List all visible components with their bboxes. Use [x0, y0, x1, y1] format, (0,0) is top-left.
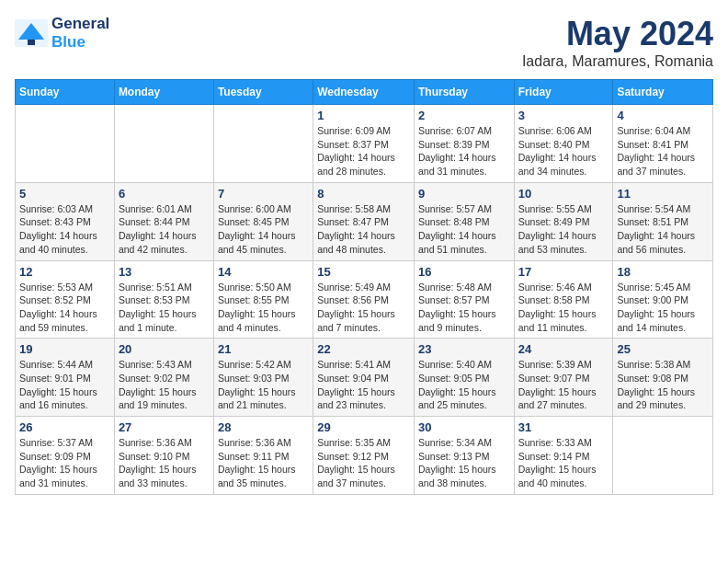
day-info: Sunrise: 6:04 AMSunset: 8:41 PMDaylight:… — [617, 124, 709, 178]
day-number: 19 — [19, 342, 110, 356]
day-info: Sunrise: 5:54 AMSunset: 8:51 PMDaylight:… — [617, 202, 709, 257]
logo-text: General Blue — [51, 15, 109, 52]
day-number: 17 — [518, 265, 609, 279]
day-info: Sunrise: 5:53 AMSunset: 8:52 PMDaylight:… — [19, 281, 110, 335]
day-number: 7 — [218, 187, 309, 201]
day-info: Sunrise: 5:57 AMSunset: 8:48 PMDaylight:… — [418, 202, 510, 257]
calendar-cell: 3Sunrise: 6:06 AMSunset: 8:40 PMDaylight… — [514, 105, 613, 183]
calendar-cell: 20Sunrise: 5:43 AMSunset: 9:02 PMDayligh… — [114, 339, 213, 417]
day-number: 23 — [418, 342, 510, 356]
calendar-cell — [613, 417, 713, 495]
day-info: Sunrise: 5:48 AMSunset: 8:57 PMDaylight:… — [418, 281, 510, 335]
day-info: Sunrise: 5:45 AMSunset: 9:00 PMDaylight:… — [617, 281, 709, 335]
calendar-cell: 18Sunrise: 5:45 AMSunset: 9:00 PMDayligh… — [613, 260, 713, 339]
calendar-week-4: 19Sunrise: 5:44 AMSunset: 9:01 PMDayligh… — [16, 339, 713, 417]
day-number: 5 — [19, 187, 110, 201]
day-number: 27 — [119, 420, 210, 434]
day-number: 1 — [317, 109, 410, 122]
calendar-week-1: 1Sunrise: 6:09 AMSunset: 8:37 PMDaylight… — [16, 105, 713, 183]
calendar-cell: 31Sunrise: 5:33 AMSunset: 9:14 PMDayligh… — [514, 417, 613, 495]
day-number: 29 — [317, 420, 410, 434]
day-info: Sunrise: 5:51 AMSunset: 8:53 PMDaylight:… — [119, 281, 210, 335]
day-info: Sunrise: 5:42 AMSunset: 9:03 PMDaylight:… — [218, 358, 309, 412]
calendar-week-3: 12Sunrise: 5:53 AMSunset: 8:52 PMDayligh… — [16, 260, 713, 339]
day-info: Sunrise: 6:03 AMSunset: 8:43 PMDaylight:… — [19, 202, 110, 257]
day-number: 12 — [19, 265, 110, 279]
day-info: Sunrise: 5:39 AMSunset: 9:07 PMDaylight:… — [518, 358, 609, 412]
calendar-cell: 7Sunrise: 6:00 AMSunset: 8:45 PMDaylight… — [213, 182, 313, 260]
day-number: 28 — [218, 420, 309, 434]
day-info: Sunrise: 5:41 AMSunset: 9:04 PMDaylight:… — [317, 358, 410, 412]
calendar-cell: 22Sunrise: 5:41 AMSunset: 9:04 PMDayligh… — [313, 339, 415, 417]
day-number: 25 — [617, 342, 709, 356]
day-number: 14 — [218, 265, 309, 279]
day-number: 30 — [418, 420, 510, 434]
day-info: Sunrise: 6:01 AMSunset: 8:44 PMDaylight:… — [119, 202, 210, 257]
day-info: Sunrise: 5:36 AMSunset: 9:11 PMDaylight:… — [218, 436, 309, 490]
calendar-subtitle: Iadara, Maramures, Romania — [522, 53, 713, 70]
calendar-cell: 4Sunrise: 6:04 AMSunset: 8:41 PMDaylight… — [613, 105, 713, 183]
day-info: Sunrise: 5:40 AMSunset: 9:05 PMDaylight:… — [418, 358, 510, 412]
calendar-cell: 2Sunrise: 6:07 AMSunset: 8:39 PMDaylight… — [414, 105, 514, 183]
day-info: Sunrise: 5:34 AMSunset: 9:13 PMDaylight:… — [418, 436, 510, 490]
calendar-cell: 14Sunrise: 5:50 AMSunset: 8:55 PMDayligh… — [213, 260, 313, 339]
day-info: Sunrise: 5:58 AMSunset: 8:47 PMDaylight:… — [317, 202, 410, 257]
day-info: Sunrise: 5:46 AMSunset: 8:58 PMDaylight:… — [518, 281, 609, 335]
day-info: Sunrise: 5:33 AMSunset: 9:14 PMDaylight:… — [518, 436, 609, 490]
column-header-thursday: Thursday — [414, 80, 514, 105]
calendar-cell: 30Sunrise: 5:34 AMSunset: 9:13 PMDayligh… — [414, 417, 514, 495]
calendar-cell — [16, 105, 115, 183]
column-header-saturday: Saturday — [613, 80, 713, 105]
calendar-cell: 10Sunrise: 5:55 AMSunset: 8:49 PMDayligh… — [514, 182, 613, 260]
title-section: May 2024 Iadara, Maramures, Romania — [522, 15, 713, 70]
calendar-cell: 29Sunrise: 5:35 AMSunset: 9:12 PMDayligh… — [313, 417, 415, 495]
column-header-tuesday: Tuesday — [213, 80, 313, 105]
calendar-cell: 17Sunrise: 5:46 AMSunset: 8:58 PMDayligh… — [514, 260, 613, 339]
logo: General Blue — [15, 15, 109, 52]
day-number: 20 — [119, 342, 210, 356]
day-info: Sunrise: 6:09 AMSunset: 8:37 PMDaylight:… — [317, 124, 410, 178]
column-header-wednesday: Wednesday — [313, 80, 415, 105]
day-number: 26 — [19, 420, 110, 434]
calendar-cell: 13Sunrise: 5:51 AMSunset: 8:53 PMDayligh… — [114, 260, 213, 339]
calendar-cell: 27Sunrise: 5:36 AMSunset: 9:10 PMDayligh… — [114, 417, 213, 495]
day-number: 3 — [518, 109, 609, 122]
column-header-monday: Monday — [114, 80, 213, 105]
day-info: Sunrise: 6:00 AMSunset: 8:45 PMDaylight:… — [218, 202, 309, 257]
day-info: Sunrise: 5:35 AMSunset: 9:12 PMDaylight:… — [317, 436, 410, 490]
day-number: 10 — [518, 187, 609, 201]
calendar-cell: 26Sunrise: 5:37 AMSunset: 9:09 PMDayligh… — [16, 417, 115, 495]
day-number: 22 — [317, 342, 410, 356]
day-info: Sunrise: 5:43 AMSunset: 9:02 PMDaylight:… — [119, 358, 210, 412]
calendar-title: May 2024 — [522, 15, 713, 53]
day-number: 15 — [317, 265, 410, 279]
calendar-cell — [213, 105, 313, 183]
day-number: 16 — [418, 265, 510, 279]
day-info: Sunrise: 5:37 AMSunset: 9:09 PMDaylight:… — [19, 436, 110, 490]
day-number: 6 — [119, 187, 210, 201]
calendar-cell: 16Sunrise: 5:48 AMSunset: 8:57 PMDayligh… — [414, 260, 514, 339]
svg-rect-2 — [28, 40, 35, 45]
calendar-cell: 5Sunrise: 6:03 AMSunset: 8:43 PMDaylight… — [16, 182, 115, 260]
calendar-week-5: 26Sunrise: 5:37 AMSunset: 9:09 PMDayligh… — [16, 417, 713, 495]
day-number: 31 — [518, 420, 609, 434]
day-info: Sunrise: 5:49 AMSunset: 8:56 PMDaylight:… — [317, 281, 410, 335]
day-number: 2 — [418, 109, 510, 122]
calendar-cell: 6Sunrise: 6:01 AMSunset: 8:44 PMDaylight… — [114, 182, 213, 260]
day-number: 11 — [617, 187, 709, 201]
calendar-cell: 21Sunrise: 5:42 AMSunset: 9:03 PMDayligh… — [213, 339, 313, 417]
day-info: Sunrise: 5:44 AMSunset: 9:01 PMDaylight:… — [19, 358, 110, 412]
calendar-cell: 25Sunrise: 5:38 AMSunset: 9:08 PMDayligh… — [613, 339, 713, 417]
calendar-cell: 24Sunrise: 5:39 AMSunset: 9:07 PMDayligh… — [514, 339, 613, 417]
calendar-cell: 8Sunrise: 5:58 AMSunset: 8:47 PMDaylight… — [313, 182, 415, 260]
day-info: Sunrise: 5:36 AMSunset: 9:10 PMDaylight:… — [119, 436, 210, 490]
calendar-cell: 23Sunrise: 5:40 AMSunset: 9:05 PMDayligh… — [414, 339, 514, 417]
calendar-cell: 12Sunrise: 5:53 AMSunset: 8:52 PMDayligh… — [16, 260, 115, 339]
day-info: Sunrise: 6:07 AMSunset: 8:39 PMDaylight:… — [418, 124, 510, 178]
calendar-cell: 1Sunrise: 6:09 AMSunset: 8:37 PMDaylight… — [313, 105, 415, 183]
day-number: 18 — [617, 265, 709, 279]
calendar-cell: 28Sunrise: 5:36 AMSunset: 9:11 PMDayligh… — [213, 417, 313, 495]
column-header-sunday: Sunday — [16, 80, 115, 105]
calendar-cell — [114, 105, 213, 183]
calendar-table: SundayMondayTuesdayWednesdayThursdayFrid… — [15, 79, 713, 495]
